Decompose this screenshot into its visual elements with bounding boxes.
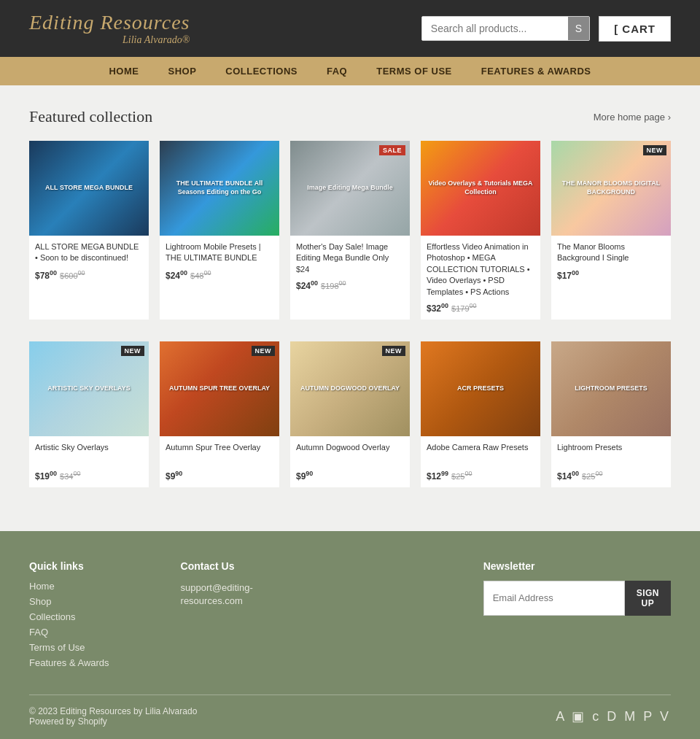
product-image-p9: ACR PRESETS xyxy=(421,341,540,436)
nav-item-collections[interactable]: COLLECTIONS xyxy=(211,57,312,85)
price-original-p10: $2500 xyxy=(582,472,602,481)
footer-link-terms[interactable]: Terms of Use xyxy=(29,642,159,653)
product-price-p7: $990 xyxy=(166,470,273,481)
product-badge-p8: NEW xyxy=(382,346,406,356)
product-price-p4: $3200$17900 xyxy=(427,302,534,314)
product-image-p4: Video Overlays & Tutorials MEGA Collecti… xyxy=(421,141,540,236)
price-current-p9: $1299 xyxy=(427,471,448,481)
product-card-p6[interactable]: ARTISTIC SKY OVERLAYSNEWArtistic Sky Ove… xyxy=(29,341,149,487)
product-badge-p5: NEW xyxy=(643,145,667,155)
price-original-p6: $3400 xyxy=(60,472,80,481)
price-current-p3: $2400 xyxy=(296,281,318,291)
product-info-p1: ALL STORE MEGA BUNDLE • Soon to be disco… xyxy=(29,236,149,287)
price-current-p4: $3200 xyxy=(427,303,448,314)
product-image-p2: THE ULTIMATE BUNDLE All Seasons Editing … xyxy=(160,141,279,236)
footer-content: Quick links Home Shop Collections FAQ Te… xyxy=(29,560,671,673)
search-input[interactable] xyxy=(422,17,568,40)
product-card-p10[interactable]: LIGHTROOM PRESETSLightroom Presets$1400$… xyxy=(551,341,671,487)
product-name-p7: Autumn Spur Tree Overlay xyxy=(166,442,273,465)
product-card-p9[interactable]: ACR PRESETSAdobe Camera Raw Presets$1299… xyxy=(421,341,540,487)
nav-item-home[interactable]: HOME xyxy=(94,57,153,85)
nav-item-faq[interactable]: FAQ xyxy=(312,57,362,85)
product-price-p3: $2400$19800 xyxy=(296,279,404,291)
product-image-text-p6: ARTISTIC SKY OVERLAYS xyxy=(35,384,143,393)
product-name-p9: Adobe Camera Raw Presets xyxy=(427,442,534,465)
product-image-p1: ALL STORE MEGA BUNDLE xyxy=(29,141,149,236)
product-card-p1[interactable]: ALL STORE MEGA BUNDLEALL STORE MEGA BUND… xyxy=(29,141,149,320)
product-name-p3: Mother's Day Sale! Image Editing Mega Bu… xyxy=(296,241,404,275)
newsletter-signup-button[interactable]: SIGN UP xyxy=(625,581,671,616)
product-name-p4: Effortless Video Animation in Photoshop … xyxy=(427,241,534,298)
footer-link-faq[interactable]: FAQ xyxy=(29,627,159,638)
main-content: Featured collection More home page › ALL… xyxy=(0,85,700,531)
nav-item-shop[interactable]: SHOP xyxy=(153,57,211,85)
price-original-p1: $60000 xyxy=(60,271,85,280)
product-image-p7: AUTUMN SPUR TREE OVERLAYNEW xyxy=(160,341,279,436)
product-badge-p7: NEW xyxy=(252,346,276,356)
payment-icons: A ▣ c D M P V xyxy=(556,708,671,724)
product-image-p5: THE MANOR BLOOMS DIGITAL BACKGROUNDNEW xyxy=(551,141,671,236)
footer-link-features[interactable]: Features & Awards xyxy=(29,657,159,668)
product-price-p1: $7800$60000 xyxy=(35,269,143,281)
footer-spacer xyxy=(332,560,462,673)
product-image-text-p2: THE ULTIMATE BUNDLE All Seasons Editing … xyxy=(166,179,273,196)
product-card-p4[interactable]: Video Overlays & Tutorials MEGA Collecti… xyxy=(421,141,540,320)
product-card-p2[interactable]: THE ULTIMATE BUNDLE All Seasons Editing … xyxy=(160,141,279,320)
footer-newsletter: Newsletter SIGN UP xyxy=(483,560,671,673)
quick-links-title: Quick links xyxy=(29,560,159,572)
newsletter-title: Newsletter xyxy=(483,560,671,572)
product-price-p10: $1400$2500 xyxy=(557,470,665,481)
footer-link-shop[interactable]: Shop xyxy=(29,596,159,607)
product-info-p3: Mother's Day Sale! Image Editing Mega Bu… xyxy=(290,236,410,297)
contact-email: support@editing-resources.com xyxy=(181,582,253,606)
contact-title: Contact Us xyxy=(181,560,311,572)
product-image-text-p4: Video Overlays & Tutorials MEGA Collecti… xyxy=(427,179,534,196)
footer-contact: Contact Us support@editing-resources.com xyxy=(181,560,311,673)
product-info-p5: The Manor Blooms Background I Single$170… xyxy=(551,236,671,287)
footer-link-home[interactable]: Home xyxy=(29,581,159,592)
product-image-text-p9: ACR PRESETS xyxy=(427,384,534,393)
nav-item-features[interactable]: FEATURES & AWARDS xyxy=(467,57,606,85)
price-current-p5: $1700 xyxy=(557,271,579,281)
product-image-p8: AUTUMN DOGWOOD OVERLAYNEW xyxy=(290,341,410,436)
header: Editing Resources Lilia Alvarado® S [ CA… xyxy=(0,0,700,57)
product-image-text-p8: AUTUMN DOGWOOD OVERLAY xyxy=(296,384,404,393)
product-name-p6: Artistic Sky Overlays xyxy=(35,442,143,465)
price-original-p4: $17900 xyxy=(451,304,477,313)
nav-item-terms[interactable]: TERMS OF USE xyxy=(362,57,467,85)
newsletter-form: SIGN UP xyxy=(483,581,671,616)
product-info-p10: Lightroom Presets$1400$2500 xyxy=(551,436,671,487)
product-name-p5: The Manor Blooms Background I Single xyxy=(557,241,665,265)
cart-button[interactable]: [ CART xyxy=(599,16,671,42)
product-price-p2: $2400$4800 xyxy=(166,269,273,281)
product-name-p10: Lightroom Presets xyxy=(557,442,665,465)
more-home-link[interactable]: More home page › xyxy=(594,112,671,123)
product-name-p8: Autumn Dogwood Overlay xyxy=(296,442,404,465)
logo-sub: Lilia Alvarado® xyxy=(29,34,190,46)
product-info-p8: Autumn Dogwood Overlay$990 xyxy=(290,436,410,487)
product-info-p2: Lightroom Mobile Presets | THE ULTIMATE … xyxy=(160,236,279,287)
product-card-p7[interactable]: AUTUMN SPUR TREE OVERLAYNEWAutumn Spur T… xyxy=(160,341,279,487)
price-original-p2: $4800 xyxy=(190,271,211,280)
price-current-p6: $1900 xyxy=(35,471,57,481)
product-badge-p6: NEW xyxy=(121,346,145,356)
logo: Editing Resources Lilia Alvarado® xyxy=(29,11,190,46)
product-image-text-p7: AUTUMN SPUR TREE OVERLAY xyxy=(166,384,273,393)
product-card-p3[interactable]: Image Editing Mega BundleSALEMother's Da… xyxy=(290,141,410,320)
search-box: S xyxy=(421,16,590,41)
footer-link-collections[interactable]: Collections xyxy=(29,611,159,622)
price-current-p7: $990 xyxy=(166,471,182,481)
powered-by[interactable]: Powered by Shopify xyxy=(29,716,197,727)
product-info-p4: Effortless Video Animation in Photoshop … xyxy=(421,236,540,320)
product-card-p5[interactable]: THE MANOR BLOOMS DIGITAL BACKGROUNDNEWTh… xyxy=(551,141,671,320)
product-price-p6: $1900$3400 xyxy=(35,470,143,481)
product-price-p8: $990 xyxy=(296,470,404,481)
search-button[interactable]: S xyxy=(568,17,589,40)
footer: Quick links Home Shop Collections FAQ Te… xyxy=(0,531,700,739)
newsletter-email-input[interactable] xyxy=(483,581,625,616)
product-grid-row1: ALL STORE MEGA BUNDLEALL STORE MEGA BUND… xyxy=(29,141,671,320)
featured-header: Featured collection More home page › xyxy=(29,107,671,126)
product-card-p8[interactable]: AUTUMN DOGWOOD OVERLAYNEWAutumn Dogwood … xyxy=(290,341,410,487)
product-price-p9: $1299$2500 xyxy=(427,470,534,481)
product-image-text-p10: LIGHTROOM PRESETS xyxy=(557,384,665,393)
